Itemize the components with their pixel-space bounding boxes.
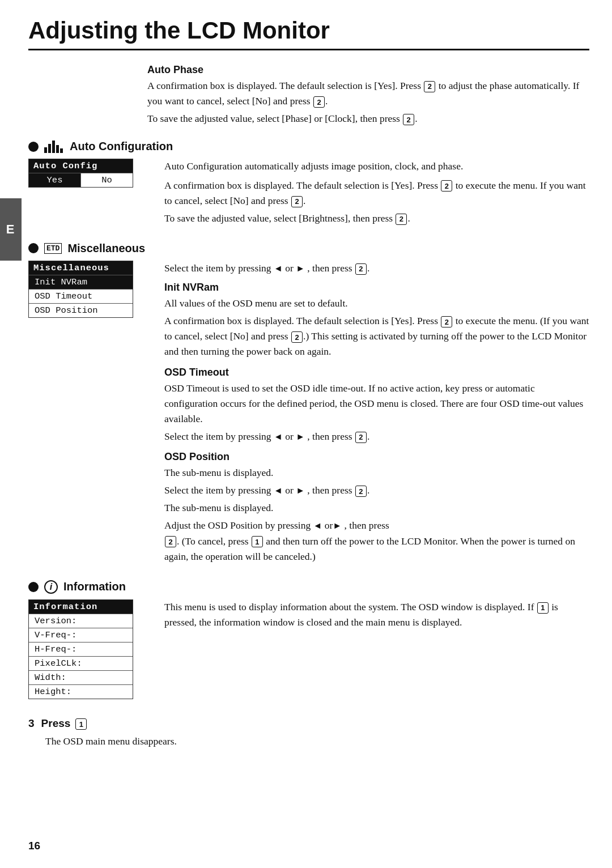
- etd-icon: ETD: [44, 243, 62, 254]
- page-title: Adjusting the LCD Monitor: [28, 17, 589, 50]
- btn-1-osd-cancel: 1: [252, 536, 263, 547]
- sidebar-label: E: [6, 222, 16, 237]
- info-right: This menu is used to display information…: [164, 599, 589, 630]
- btn-1-info: 1: [537, 602, 549, 614]
- arrow-left-osd-pos: ◄: [274, 486, 283, 495]
- auto-config-menu-header: Auto Config: [29, 159, 133, 173]
- auto-config-label: Auto Configuration: [70, 140, 173, 153]
- info-width: Width:: [29, 670, 133, 684]
- btn-2-misc: 2: [355, 263, 367, 275]
- init-nvram-line1: All values of the OSD menu are set to de…: [164, 296, 589, 311]
- auto-phase-text2: To save the adjusted value, select [Phas…: [147, 111, 589, 126]
- osd-position-adjust: Adjust the OSD Position by pressing ◄ or…: [164, 518, 589, 533]
- info-height: Height:: [29, 684, 133, 699]
- info-twocol: Information Version: V-Freq-: H-Freq-: P…: [28, 599, 589, 699]
- misc-item-osd-timeout: OSD Timeout: [29, 289, 133, 303]
- osd-position-line3: The sub-menu is displayed.: [164, 500, 589, 516]
- btn-2-nvram-2: 2: [291, 331, 303, 343]
- misc-label: Miscellaneous: [67, 242, 145, 255]
- osd-timeout-heading: OSD Timeout: [164, 367, 589, 378]
- misc-right: Select the item by pressing ◄ or ► , the…: [164, 261, 589, 564]
- page-container: E Adjusting the LCD Monitor Auto Phase A…: [0, 0, 612, 868]
- btn-2-autoconfig-1: 2: [441, 180, 452, 192]
- miscellaneous-section: ETD Miscellaneous Miscellaneous Init NVR…: [28, 242, 589, 564]
- misc-item-osd-position: OSD Position: [29, 303, 133, 317]
- info-menu-header: Information: [29, 600, 133, 614]
- auto-config-confirm: A confirmation box is displayed. The def…: [164, 178, 589, 209]
- btn-2-autophase-3: 2: [403, 114, 414, 125]
- arrow-right-osd-timeout: ►: [296, 432, 305, 441]
- info-left: Information Version: V-Freq-: H-Freq-: P…: [28, 599, 147, 699]
- auto-phase-section: Auto Phase A confirmation box is display…: [28, 64, 589, 126]
- osd-position-heading: OSD Position: [164, 451, 589, 463]
- auto-config-icon: [44, 141, 63, 153]
- auto-config-yes: Yes: [29, 173, 80, 187]
- auto-config-menu-box: Auto Config Yes No: [28, 159, 133, 188]
- btn-2-osd-adj: 2: [165, 536, 176, 547]
- btn-2-osd-pos: 2: [355, 486, 367, 497]
- info-version: Version:: [29, 614, 133, 628]
- arrow-right-osd-adj: ►: [333, 521, 342, 530]
- arrow-right-osd-pos: ►: [296, 486, 305, 495]
- btn-2-autoconfig-2: 2: [291, 196, 303, 207]
- page-number: 16: [28, 840, 40, 852]
- auto-config-menu-row: Yes No: [29, 173, 133, 187]
- btn-2-autoconfig-3: 2: [396, 214, 407, 225]
- bullet-auto-config: [28, 142, 39, 152]
- misc-select-text: Select the item by pressing ◄ or ► , the…: [164, 261, 589, 276]
- bullet-info: [28, 582, 39, 592]
- press-section: 3 Press 1: [28, 715, 589, 731]
- auto-phase-text1: A confirmation box is displayed. The def…: [147, 78, 589, 109]
- auto-config-desc: Auto Configuration automatically adjusts…: [164, 159, 589, 174]
- btn-2-autophase-2: 2: [313, 96, 325, 108]
- info-desc: This menu is used to display information…: [164, 599, 589, 630]
- osd-timeout-select: Select the item by pressing ◄ or ► , the…: [164, 429, 589, 444]
- info-icon: i: [44, 580, 58, 594]
- osd-position-select: Select the item by pressing ◄ or ► , the…: [164, 483, 589, 498]
- auto-config-left: Auto Config Yes No: [28, 159, 147, 188]
- misc-heading: ETD Miscellaneous: [28, 242, 589, 255]
- auto-config-twocol: Auto Config Yes No Auto Configuration au…: [28, 159, 589, 226]
- info-pixelclk: PixelCLk:: [29, 656, 133, 670]
- main-content: Adjusting the LCD Monitor Auto Phase A c…: [28, 0, 589, 749]
- init-nvram-heading: Init NVRam: [164, 282, 589, 293]
- arrow-right-misc: ►: [296, 263, 305, 273]
- btn-2-nvram-1: 2: [441, 316, 452, 327]
- arrow-left-osd-adj: ◄: [313, 521, 322, 530]
- init-nvram-confirm: A confirmation box is displayed. The def…: [164, 313, 589, 359]
- auto-config-no: No: [80, 173, 133, 187]
- auto-config-right: Auto Configuration automatically adjusts…: [164, 159, 589, 226]
- btn-1-press: 1: [75, 718, 87, 730]
- sidebar-tab: E: [0, 198, 22, 261]
- arrow-left-misc: ◄: [274, 263, 283, 273]
- info-hfreq: H-Freq-:: [29, 642, 133, 656]
- press-description: The OSD main menu disappears.: [45, 734, 589, 749]
- auto-phase-heading: Auto Phase: [147, 64, 589, 76]
- osd-position-line1: The sub-menu is displayed.: [164, 465, 589, 480]
- misc-menu-box: Miscellaneous Init NVRam OSD Timeout OSD…: [28, 261, 133, 318]
- btn-2-autophase-1: 2: [424, 81, 435, 92]
- osd-position-cancel: 2. (To cancel, press 1 and then turn off…: [164, 534, 589, 564]
- misc-menu-header: Miscellaneous: [29, 261, 133, 275]
- info-heading: i Information: [28, 580, 589, 594]
- press-label: Press: [41, 715, 71, 731]
- btn-2-osd-timeout: 2: [355, 432, 367, 443]
- info-menu-box: Information Version: V-Freq-: H-Freq-: P…: [28, 599, 133, 699]
- misc-item-init-nvram: Init NVRam: [29, 275, 133, 289]
- misc-left: Miscellaneous Init NVRam OSD Timeout OSD…: [28, 261, 147, 318]
- information-section: i Information Information Version: V-Fre…: [28, 580, 589, 699]
- osd-timeout-desc: OSD Timeout is used to set the OSD idle …: [164, 381, 589, 427]
- arrow-left-osd-timeout: ◄: [274, 432, 283, 441]
- bullet-misc: [28, 243, 39, 253]
- misc-twocol: Miscellaneous Init NVRam OSD Timeout OSD…: [28, 261, 589, 564]
- info-vfreq: V-Freq-:: [29, 628, 133, 642]
- auto-config-save: To save the adjusted value, select [Brig…: [164, 211, 589, 226]
- info-label: Information: [63, 580, 126, 593]
- auto-config-section: Auto Configuration Auto Config Yes No Au…: [28, 140, 589, 226]
- press-number: 3: [28, 717, 35, 730]
- auto-config-heading: Auto Configuration: [28, 140, 589, 153]
